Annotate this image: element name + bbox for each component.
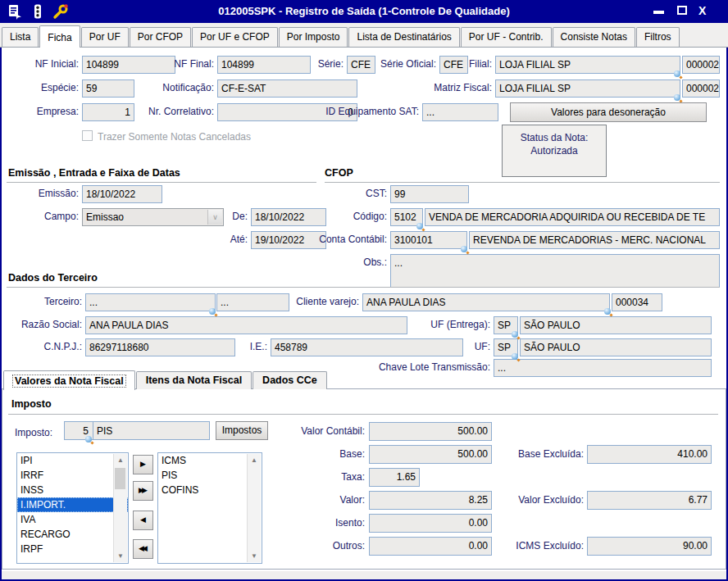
hint-marker [512,331,518,338]
taxa-field[interactable]: 1.65 [369,468,420,487]
tab-lista[interactable]: Lista [2,27,39,47]
uf-entrega-nome-field[interactable]: SÃO PAULO [520,316,712,334]
tab-valores-nota-fiscal[interactable]: Valores da Nota Fiscal [3,370,135,390]
minimize-button[interactable] [653,11,664,14]
list-item-selected[interactable]: I.IMPORT. [17,497,128,512]
terceiro-field-2[interactable]: ... [216,293,289,311]
tab-por-cfop[interactable]: Por CFOP [130,27,191,47]
tab-por-uf-contrib[interactable]: Por UF - Contrib. [461,27,552,47]
nf-final-field[interactable]: 104899 [217,56,311,74]
bottom-strip [2,571,726,579]
list-item[interactable]: IPI [17,453,128,468]
move-left-button[interactable]: ◀ [133,511,153,530]
inner-tab-bar: Valores da Nota Fiscal Itens da Nota Fis… [3,369,328,389]
valores-desoneracao-button[interactable]: Valores para desoneração [510,102,707,122]
tab-ficha[interactable]: Ficha [39,25,80,48]
tab-itens-nota-fiscal[interactable]: Itens da Nota Fiscal [136,371,252,389]
uf-nome-field[interactable]: SÃO PAULO [520,338,712,356]
campo-dropdown[interactable]: Emissao ∨ [82,208,224,226]
base-excluida-field[interactable]: 410.00 [587,445,712,464]
maximize-button[interactable] [677,6,687,15]
section-terceiro-header: Dados do Terceiro [8,272,98,284]
uf-label: UF: [459,341,490,352]
title-bar: 012005SPK - Registro de Saída (1-Control… [0,0,728,23]
base-field[interactable]: 500.00 [369,445,492,464]
trazer-canceladas-checkbox[interactable] [82,130,93,141]
scroll-down-icon[interactable]: ▼ [114,550,127,562]
cnpj-label: C.N.P.J.: [10,341,82,352]
id-equipamento-sat-field[interactable]: ... [422,103,498,121]
emissao-field[interactable]: 18/10/2022 [82,185,162,203]
obs-field[interactable]: ... [390,254,720,288]
scrollbar[interactable]: ▲ ▼ [247,454,261,562]
cnpj-field[interactable]: 86297118680 [85,338,235,356]
impostos-selecionados-list[interactable]: ICMS PIS COFINS ▲ ▼ [157,452,262,564]
chave-lote-label: Chave Lote Transmissão: [359,361,490,373]
tab-por-uf[interactable]: Por UF [81,27,129,47]
filial-code-field[interactable]: 000002 [682,56,720,74]
matriz-fiscal-code-field[interactable]: 000002 [682,79,720,98]
ie-field[interactable]: 458789 [271,338,463,356]
icms-excluido-field[interactable]: 90.00 [587,537,712,556]
scroll-up-icon[interactable]: ▲ [114,454,127,466]
list-item[interactable]: IRRF [17,468,128,483]
conta-contabil-desc-field[interactable]: REVENDA DE MERCADORIAS - MERC. NACIONAL [469,231,720,249]
impostos-button[interactable]: Impostos [216,421,268,440]
scroll-down-icon[interactable]: ▼ [248,550,261,562]
tab-por-imposto[interactable]: Por Imposto [279,27,348,47]
cliente-varejo-field[interactable]: ANA PAULA DIAS [362,293,610,311]
imposto-field-divider [93,422,93,439]
hint-marker [416,223,423,229]
terceiro-field[interactable]: ... [85,293,216,311]
codigo-desc-field[interactable]: VENDA DE MERCADORIA ADQUIRIDA OU RECEBID… [425,208,720,226]
matriz-fiscal-field[interactable]: LOJA FILIAL SP [495,79,680,98]
notificacao-field[interactable]: CF-E-SAT [217,79,357,98]
icms-excluido-label: ICMS Excluído: [492,540,584,551]
move-right-button[interactable]: ▶ [133,455,153,474]
isento-field[interactable]: 0.00 [369,514,492,533]
tab-filtros[interactable]: Filtros [636,27,680,47]
list-item[interactable]: INSS [17,483,128,497]
tab-dados-cce[interactable]: Dados CCe [253,371,327,389]
close-button[interactable]: X [698,4,706,17]
impostos-disponiveis-list[interactable]: IPI IRRF INSS I.IMPORT. IVA RECARGO IRPF… [16,452,129,564]
cst-field[interactable]: 99 [390,185,469,203]
especie-field[interactable]: 59 [82,79,134,98]
tab-por-uf-e-cfop[interactable]: Por UF e CFOP [192,27,278,47]
outros-field[interactable]: 0.00 [369,537,492,556]
nr-correlativo-label: Nr. Correlativo: [130,106,214,117]
section-emissao-header: Emissão , Entrada e Faixa de Datas [8,167,180,179]
terceiro-label: Terceiro: [10,296,82,307]
tab-lista-destinatarios[interactable]: Lista de Destinatários [348,27,459,47]
empresa-field[interactable]: 1 [82,103,134,121]
valor-excluido-field[interactable]: 6.77 [587,491,712,510]
move-all-right-button[interactable]: ▶▶ [133,481,153,501]
tab-valores-nota-fiscal-label: Valores da Nota Fiscal [13,375,125,387]
chave-lote-field[interactable]: ... [494,359,712,377]
chevron-down-icon[interactable]: ∨ [207,210,222,225]
tab-consiste-notas[interactable]: Consiste Notas [553,27,635,47]
ate-label: Até: [223,234,248,245]
status-da-nota-line1: Status da Nota: [503,131,606,144]
hint-marker [674,94,680,101]
valor-field[interactable]: 8.25 [369,491,492,510]
list-item[interactable]: IRPF [17,542,128,556]
cliente-varejo-code-field[interactable]: 000034 [612,293,662,311]
main-tab-bar: Lista Ficha Por UF Por CFOP Por UF e CFO… [0,23,728,48]
hint-marker [85,436,92,443]
list-item[interactable]: IVA [17,512,128,527]
move-all-left-button[interactable]: ◀◀ [133,539,153,559]
scrollbar-thumb[interactable] [115,468,125,489]
imposto-label: Imposto: [15,427,61,438]
conta-contabil-field[interactable]: 3100101 [390,231,467,249]
scroll-up-icon[interactable]: ▲ [248,454,261,466]
filial-label: Filial: [447,58,492,70]
filial-field[interactable]: LOJA FILIAL SP [495,56,680,74]
cliente-varejo-label: Cliente varejo: [289,296,359,307]
valor-contabil-field[interactable]: 500.00 [369,422,492,441]
scrollbar[interactable]: ▲ ▼ [113,454,127,562]
hint-marker [674,70,680,77]
list-item[interactable]: RECARGO [17,527,128,542]
razao-social-field[interactable]: ANA PAULA DIAS [85,316,407,334]
de-field[interactable]: 18/10/2022 [251,208,326,226]
